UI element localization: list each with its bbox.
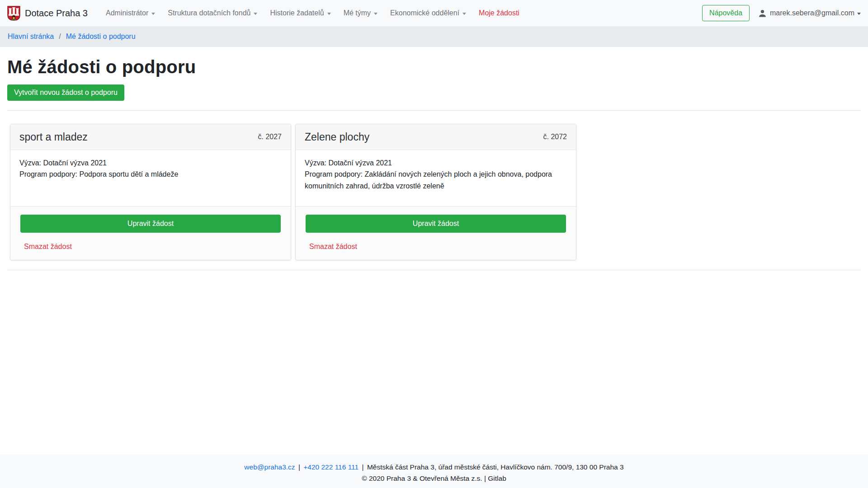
footer-email-link[interactable]: web@praha3.cz <box>244 463 295 471</box>
delete-application-link[interactable]: Smazat žádost <box>24 243 72 251</box>
application-card: Zelene plochy č. 2072 Výzva: Dotační výz… <box>295 124 576 260</box>
nav-item-historie-zadatelu[interactable]: Historie žadatelů <box>264 5 337 21</box>
application-card: sport a mladez č. 2027 Výzva: Dotační vý… <box>10 124 291 260</box>
card-header: sport a mladez č. 2027 <box>10 124 291 150</box>
main-nav: Administrátor Struktura dotačních fondů … <box>99 5 526 21</box>
nav-item-administrator[interactable]: Administrátor <box>99 5 161 21</box>
chevron-down-icon <box>151 13 155 15</box>
footer-separator: | <box>361 463 365 471</box>
breadcrumb: Hlavní stránka / Mé žádosti o podporu <box>8 33 136 41</box>
card-body: Výzva: Dotační výzva 2021 Program podpor… <box>296 150 576 206</box>
app-title: Dotace Praha 3 <box>25 8 88 19</box>
breadcrumb-current-link[interactable]: Mé žádosti o podporu <box>66 33 136 41</box>
top-navbar: Dotace Praha 3 Administrátor Struktura d… <box>0 0 868 26</box>
help-button[interactable]: Nápověda <box>702 5 750 21</box>
edit-application-button[interactable]: Upravit žádost <box>20 215 281 233</box>
chevron-down-icon <box>857 13 861 15</box>
chevron-down-icon <box>462 13 466 15</box>
nav-item-moje-zadosti[interactable]: Moje žádosti <box>472 5 526 21</box>
card-header: Zelene plochy č. 2072 <box>296 124 576 150</box>
breadcrumb-separator: / <box>59 33 61 41</box>
divider-bottom <box>7 270 861 270</box>
navbar-right: Nápověda marek.sebera@gmail.com <box>702 5 861 21</box>
nav-item-struktura-dotacnich-fondu[interactable]: Struktura dotačních fondů <box>161 5 264 21</box>
chevron-down-icon <box>374 13 377 15</box>
application-program: Program podpory: Podpora sportu dětí a m… <box>19 169 282 180</box>
footer-phone-link[interactable]: +420 222 116 111 <box>303 463 359 471</box>
application-number: č. 2027 <box>258 133 282 141</box>
page-footer: web@praha3.cz | +420 222 116 111 | Městs… <box>0 455 868 488</box>
application-program: Program podpory: Zakládání nových zelený… <box>305 169 567 192</box>
breadcrumb-home-link[interactable]: Hlavní stránka <box>8 33 54 41</box>
create-application-button[interactable]: Vytvořit novou žádost o podporu <box>7 84 124 101</box>
page-head: Mé žádosti o podporu Vytvořit novou žádo… <box>0 57 868 101</box>
edit-application-button[interactable]: Upravit žádost <box>306 215 566 233</box>
application-title: sport a mladez <box>19 131 88 143</box>
breadcrumb-bar: Hlavní stránka / Mé žádosti o podporu <box>0 26 868 47</box>
application-title: Zelene plochy <box>305 131 369 143</box>
application-call: Výzva: Dotační výzva 2021 <box>19 157 282 169</box>
nav-item-me-tymy[interactable]: Mé týmy <box>337 5 384 21</box>
applications-list: sport a mladez č. 2027 Výzva: Dotační vý… <box>0 120 868 260</box>
person-icon <box>758 9 767 18</box>
card-footer: Upravit žádost Smazat žádost <box>10 206 291 260</box>
user-email: marek.sebera@gmail.com <box>770 9 854 17</box>
application-call: Výzva: Dotační výzva 2021 <box>305 157 567 169</box>
divider-top <box>7 110 861 111</box>
page-title: Mé žádosti o podporu <box>7 57 861 77</box>
chevron-down-icon <box>254 13 257 15</box>
application-number: č. 2072 <box>543 133 567 141</box>
nav-item-ekonomicke-oddeleni[interactable]: Ekonomické oddělení <box>384 5 472 21</box>
praha3-coat-of-arms-icon <box>7 6 20 21</box>
footer-contact-line: web@praha3.cz | +420 222 116 111 | Městs… <box>0 462 868 473</box>
footer-copyright: © 2020 Praha 3 & Otevřená Města z.s. | G… <box>0 473 868 484</box>
footer-address: Městská část Praha 3, úřad městské části… <box>367 463 624 471</box>
card-body: Výzva: Dotační výzva 2021 Program podpor… <box>10 150 291 206</box>
chevron-down-icon <box>327 13 331 15</box>
footer-separator: | <box>297 463 302 471</box>
delete-application-link[interactable]: Smazat žádost <box>309 243 357 251</box>
brand[interactable]: Dotace Praha 3 <box>7 6 88 21</box>
user-menu[interactable]: marek.sebera@gmail.com <box>758 9 861 18</box>
card-footer: Upravit žádost Smazat žádost <box>296 206 576 260</box>
